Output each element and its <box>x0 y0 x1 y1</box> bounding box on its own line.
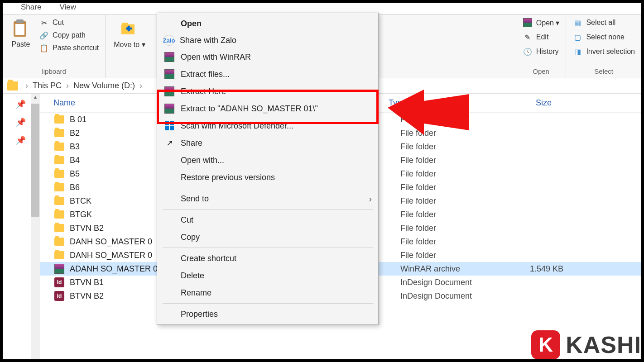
menu-separator <box>163 188 373 188</box>
paste-button[interactable]: Paste <box>9 18 33 49</box>
menu-item-label: Open <box>181 19 202 29</box>
menu-item-label: Extract Here <box>181 87 226 96</box>
zalo-icon: Zalo <box>163 35 174 46</box>
menu-item[interactable]: Extract to "ADANH SO_MASTER 01\" <box>157 100 378 117</box>
menu-item[interactable]: Send to› <box>157 190 378 207</box>
menu-item[interactable]: Create shortcut <box>157 250 378 267</box>
file-type: File folder <box>400 142 500 152</box>
breadcrumb-item[interactable]: New Volume (D:) <box>73 81 135 90</box>
move-to-label: Move to ▾ <box>114 40 145 49</box>
ribbon-group-select: ▦Select all ▢Select none ◨Invert selecti… <box>566 15 641 78</box>
folder-icon <box>53 196 65 206</box>
menu-item[interactable]: ↗Share <box>157 134 378 152</box>
menu-item[interactable]: Extract files... <box>157 66 378 83</box>
menu-item-label: Open with... <box>181 156 224 165</box>
context-menu: OpenZaloShare with ZaloOpen with WinRARE… <box>157 13 379 325</box>
menu-item[interactable]: Scan with Microsoft Defender... <box>157 117 378 134</box>
file-type: WinRAR archive <box>400 264 500 274</box>
invert-selection-icon: ◨ <box>572 47 582 57</box>
svg-rect-4 <box>122 23 128 25</box>
menu-separator <box>163 209 373 210</box>
open-group-label: Open <box>523 66 560 77</box>
indesign-icon: Id <box>53 291 65 301</box>
select-all-icon: ▦ <box>572 18 582 28</box>
select-all-button[interactable]: ▦Select all <box>572 18 635 28</box>
file-type: File folder <box>400 196 500 206</box>
svg-rect-2 <box>15 24 24 35</box>
pin-icon[interactable]: 📌 <box>16 135 26 145</box>
file-type: InDesign Document <box>400 291 500 301</box>
menu-item[interactable]: Open with... <box>157 152 378 169</box>
menu-item[interactable]: Open with WinRAR <box>157 48 378 66</box>
menu-item[interactable]: ZaloShare with Zalo <box>157 32 378 48</box>
tab-view[interactable]: View <box>59 3 76 12</box>
edit-icon: ✎ <box>523 32 533 42</box>
ribbon-group-clipboard: Paste ✂Cut 🔗Copy path 📋Paste shortcut li… <box>3 15 106 78</box>
move-to-icon <box>120 19 139 38</box>
file-type: File folder <box>400 210 500 219</box>
file-type: File folder <box>400 237 500 247</box>
col-size[interactable]: Size <box>488 98 552 108</box>
menu-item-label: Share with Zalo <box>180 36 236 45</box>
file-type: File folder <box>400 169 500 179</box>
breadcrumb-item[interactable]: This PC <box>33 81 62 90</box>
menu-item-label: Open with WinRAR <box>181 52 251 62</box>
menu-item-label: Properties <box>181 310 218 319</box>
svg-rect-9 <box>165 126 169 130</box>
history-icon: 🕓 <box>523 47 533 57</box>
menu-item[interactable]: Properties <box>157 305 378 323</box>
scissors-icon: ✂ <box>39 18 49 28</box>
edit-button[interactable]: ✎Edit <box>523 32 560 42</box>
folder-icon <box>53 169 65 179</box>
folder-icon <box>53 182 65 192</box>
defender-icon <box>163 120 175 132</box>
menu-item-label: Extract to "ADANH SO_MASTER 01\" <box>181 104 318 114</box>
pin-icon[interactable]: 📌 <box>16 99 26 109</box>
history-button[interactable]: 🕓History <box>523 47 560 57</box>
invert-selection-button[interactable]: ◨Invert selection <box>572 47 635 57</box>
folder-icon <box>53 114 65 124</box>
scroll-up-icon[interactable]: ▴ <box>31 94 40 102</box>
file-type: File folder <box>400 224 500 233</box>
menu-separator <box>163 303 373 304</box>
menu-item-label: Share <box>181 138 202 148</box>
copy-path-button[interactable]: 🔗Copy path <box>39 30 99 40</box>
paste-shortcut-button[interactable]: 📋Paste shortcut <box>39 43 99 53</box>
tab-share[interactable]: Share <box>21 3 41 12</box>
winrar-icon <box>163 68 175 80</box>
chevron-right-icon: › <box>369 194 372 204</box>
file-type: File folder <box>400 183 500 192</box>
folder-icon <box>53 250 65 260</box>
menu-item[interactable]: Open <box>157 15 378 32</box>
scroll-thumb[interactable] <box>31 104 39 217</box>
file-type: File folder <box>400 115 500 124</box>
select-none-icon: ▢ <box>572 32 582 42</box>
folder-icon <box>53 142 65 152</box>
folder-icon <box>53 128 65 138</box>
select-none-button[interactable]: ▢Select none <box>572 32 635 42</box>
menu-item-label: Delete <box>181 271 204 281</box>
menu-item[interactable]: Restore previous versions <box>157 169 378 186</box>
watermark: K KASHI <box>531 330 641 359</box>
menu-item[interactable]: Rename <box>157 284 378 301</box>
menu-separator <box>163 248 373 248</box>
menu-item-label: Cut <box>181 215 193 225</box>
open-button[interactable]: Open ▾ <box>523 18 560 28</box>
cut-button[interactable]: ✂Cut <box>39 18 99 28</box>
move-to-button[interactable]: Move to ▾ <box>112 18 147 50</box>
folder-icon <box>53 210 65 219</box>
paste-label: Paste <box>12 40 30 48</box>
file-type: File folder <box>400 251 500 260</box>
clipboard-group-label: lipboard <box>9 66 99 77</box>
menu-item[interactable]: Extract Here <box>157 83 378 100</box>
quick-access-scrollbar[interactable]: ▴ <box>31 94 40 360</box>
menu-item[interactable]: Cut <box>157 211 378 229</box>
file-size: 1.549 KB <box>500 264 563 274</box>
pin-icon[interactable]: 📌 <box>16 117 26 127</box>
menu-item[interactable]: Delete <box>157 267 378 284</box>
menu-item-label: Rename <box>181 288 211 298</box>
col-type[interactable]: Typ <box>389 98 488 108</box>
menu-item[interactable]: Copy <box>157 229 378 246</box>
menu-item-label: Create shortcut <box>181 254 236 263</box>
winrar-icon <box>163 86 175 97</box>
